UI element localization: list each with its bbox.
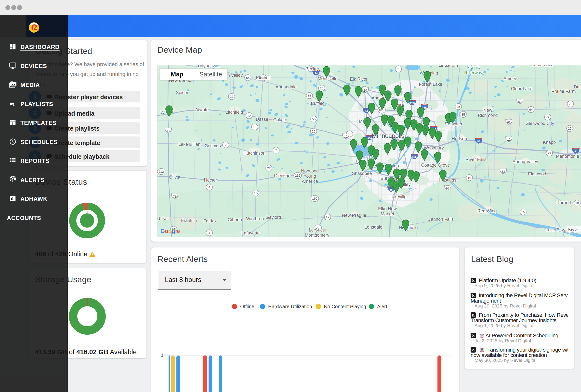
svg-text:Lindstrom: Lindstrom [438, 65, 458, 68]
svg-text:Young: Young [304, 174, 316, 179]
svg-text:Elko New: Elko New [378, 206, 397, 211]
svg-text:25: 25 [568, 127, 572, 130]
svg-text:12: 12 [507, 138, 510, 141]
svg-text:Knapp: Knapp [543, 140, 556, 145]
svg-text:7: 7 [275, 149, 277, 152]
svg-text:Hector: Hector [204, 178, 217, 183]
svg-text:35: 35 [462, 113, 465, 116]
svg-text:Durand: Durand [556, 200, 571, 205]
svg-text:od Falls: od Falls [157, 216, 171, 221]
svg-text:Olivia: Olivia [169, 175, 180, 180]
svg-text:63: 63 [507, 121, 510, 124]
svg-text:71: 71 [173, 195, 176, 198]
svg-text:4: 4 [208, 186, 210, 189]
svg-text:Prairie Farm: Prairie Farm [551, 89, 576, 94]
svg-text:Gaylord: Gaylord [266, 215, 281, 220]
svg-text:Paynesville: Paynesville [198, 65, 220, 68]
svg-text:7: 7 [225, 143, 226, 147]
svg-text:25: 25 [320, 86, 324, 90]
svg-text:Forest Lake: Forest Lake [419, 82, 442, 87]
svg-text:Lakeville: Lakeville [390, 194, 406, 199]
svg-text:River Falls: River Falls [466, 157, 486, 162]
svg-text:Norwood: Norwood [301, 169, 319, 174]
svg-text:Le Sueur: Le Sueur [309, 228, 326, 232]
svg-text:22: 22 [267, 166, 271, 170]
svg-text:Kimball: Kimball [256, 75, 270, 80]
svg-text:Buffalo: Buffalo [311, 101, 324, 106]
svg-text:New: New [483, 108, 492, 113]
svg-text:25: 25 [522, 210, 525, 214]
svg-text:Amery: Amery [504, 76, 516, 81]
svg-text:New Prague: New Prague [342, 213, 366, 218]
svg-text:63: 63 [502, 170, 505, 174]
svg-text:Cottage Grove: Cottage Grove [421, 163, 450, 168]
svg-text:55: 55 [246, 76, 250, 80]
svg-text:94: 94 [477, 140, 480, 143]
svg-text:Keyb: Keyb [568, 227, 576, 231]
svg-text:Cosmos: Cosmos [205, 143, 221, 148]
svg-text:12: 12 [247, 114, 251, 118]
svg-text:63: 63 [518, 100, 522, 104]
svg-text:71: 71 [166, 129, 170, 133]
svg-text:Dassel: Dassel [256, 117, 269, 122]
svg-text:22: 22 [230, 95, 233, 98]
svg-text:15: 15 [253, 125, 256, 129]
svg-text:Lake City: Lake City [546, 227, 564, 232]
svg-text:10: 10 [468, 176, 471, 180]
svg-text:Google: Google [160, 228, 180, 234]
svg-text:Menomonie: Menomonie [556, 154, 579, 159]
svg-text:Scenic: Scenic [467, 65, 480, 70]
svg-text:Winthrop: Winthrop [246, 216, 264, 221]
svg-text:Glenwood City: Glenwood City [525, 121, 554, 126]
svg-text:35W: 35W [410, 102, 415, 105]
svg-text:169: 169 [312, 197, 318, 200]
svg-text:Montgomery: Montgomery [305, 233, 329, 237]
svg-text:Spicer: Spicer [176, 90, 188, 95]
svg-text:Market: Market [380, 211, 394, 216]
svg-text:55: 55 [308, 94, 311, 98]
svg-text:n Valley: n Valley [228, 73, 243, 78]
svg-text:Woodbury: Woodbury [424, 146, 444, 150]
svg-text:Riverway: Riverway [464, 70, 482, 75]
svg-text:94: 94 [574, 150, 578, 153]
svg-text:Hudson: Hudson [452, 136, 467, 141]
svg-text:94: 94 [314, 72, 318, 75]
svg-text:25: 25 [312, 130, 315, 133]
svg-text:Franklin: Franklin [181, 218, 197, 223]
svg-text:Glencoe: Glencoe [274, 173, 290, 178]
svg-text:Monticello: Monticello [318, 76, 337, 81]
svg-text:Hutchinson: Hutchinson [244, 151, 266, 156]
svg-text:212: 212 [158, 170, 164, 174]
svg-text:Dall: Dall [574, 85, 581, 89]
svg-text:Litchfield: Litchfield [226, 110, 243, 115]
svg-text:Annandale: Annandale [276, 85, 297, 89]
svg-text:19: 19 [326, 215, 329, 219]
svg-text:Red Wing: Red Wing [477, 208, 496, 213]
svg-text:Elmwood: Elmwood [528, 172, 546, 176]
svg-text:55: 55 [312, 117, 316, 121]
svg-text:America: America [302, 179, 318, 184]
svg-text:Shakopee: Shakopee [352, 171, 372, 176]
svg-text:Lonsdale: Lonsdale [364, 225, 382, 229]
svg-text:10: 10 [364, 89, 367, 92]
svg-text:212: 212 [295, 174, 300, 177]
svg-text:Cokato: Cokato [273, 117, 287, 122]
svg-text:Fairfax: Fairfax [203, 218, 217, 223]
svg-text:61: 61 [446, 187, 450, 190]
svg-text:10: 10 [575, 201, 579, 205]
svg-text:Richmond: Richmond [478, 113, 498, 118]
svg-text:Spring Valley: Spring Valley [512, 159, 538, 164]
svg-text:Becker: Becker [306, 66, 319, 71]
svg-text:Lake Lillian: Lake Lillian [178, 142, 200, 147]
svg-text:25: 25 [569, 102, 572, 106]
svg-text:Lafayette: Lafayette [242, 230, 260, 235]
svg-text:4: 4 [208, 231, 210, 235]
svg-text:Elk River: Elk River [350, 77, 368, 82]
svg-text:94: 94 [365, 110, 368, 112]
svg-text:65: 65 [397, 67, 400, 71]
svg-text:Clear Lake: Clear Lake [511, 86, 532, 91]
svg-text:79: 79 [546, 115, 549, 119]
svg-text:64: 64 [529, 108, 533, 111]
svg-text:29: 29 [548, 151, 551, 155]
svg-text:Cannon Falls: Cannon Falls [428, 217, 454, 222]
